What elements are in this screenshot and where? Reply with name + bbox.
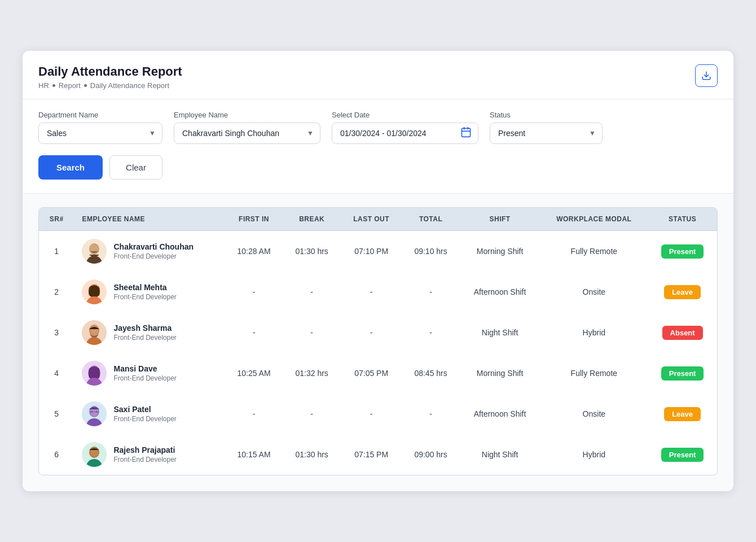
- cell-last-out: 07:05 PM: [341, 353, 402, 394]
- emp-name: Jayesh Sharma: [113, 324, 176, 333]
- breadcrumb-report: Report: [59, 81, 81, 90]
- cell-sr: 3: [39, 312, 74, 353]
- status-select[interactable]: Present Absent Leave: [490, 123, 603, 144]
- emp-info: Sheetal Mehta Front-End Developer: [113, 283, 176, 301]
- avatar: [82, 442, 107, 467]
- department-filter-group: Department Name Sales HR IT Finance Mark…: [38, 111, 162, 144]
- emp-name: Mansi Dave: [113, 364, 176, 373]
- cell-total: 08:45 hrs: [402, 353, 459, 394]
- avatar: [82, 279, 107, 304]
- cell-employee: Jayesh Sharma Front-End Developer: [74, 312, 225, 353]
- col-last-out: LAST OUT: [341, 208, 402, 231]
- emp-label: Employee Name: [174, 111, 320, 119]
- cell-break: 01:30 hrs: [283, 434, 341, 475]
- col-first-in: FIRST IN: [225, 208, 283, 231]
- cell-employee: Chakravarti Chouhan Front-End Developer: [74, 231, 225, 272]
- cell-status: Absent: [648, 312, 717, 353]
- cell-first-in: -: [225, 312, 283, 353]
- cell-workplace: Onsite: [540, 394, 648, 434]
- cell-employee: Mansi Dave Front-End Developer: [74, 353, 225, 394]
- col-shift: SHIFT: [460, 208, 540, 231]
- cell-first-in: -: [225, 272, 283, 312]
- emp-name: Chakravarti Chouhan: [113, 242, 194, 251]
- cell-workplace: Fully Remote: [540, 231, 648, 272]
- cell-total: -: [402, 312, 459, 353]
- table-row: 1 Chakravarti Chouhan Front-End Develope…: [39, 231, 717, 272]
- cell-shift: Night Shift: [460, 312, 540, 353]
- table-row: 4 Mansi Dave Front-End Developer 10:25 A…: [39, 353, 717, 394]
- cell-sr: 2: [39, 272, 74, 312]
- cell-employee: Saxi Patel Front-End Developer: [74, 394, 225, 434]
- cell-first-in: 10:15 AM: [225, 434, 283, 475]
- emp-name: Saxi Patel: [113, 405, 176, 414]
- employee-select[interactable]: Chakravarti Singh Chouhan Sheetal Mehta …: [174, 123, 320, 144]
- emp-info: Mansi Dave Front-End Developer: [113, 364, 176, 382]
- cell-break: -: [283, 394, 341, 434]
- date-input[interactable]: [332, 123, 478, 144]
- search-button[interactable]: Search: [38, 155, 103, 180]
- btn-row: Search Clear: [38, 155, 718, 180]
- table-body: 1 Chakravarti Chouhan Front-End Develope…: [39, 231, 717, 475]
- cell-workplace: Fully Remote: [540, 353, 648, 394]
- clear-button[interactable]: Clear: [109, 155, 162, 180]
- status-label: Status: [490, 111, 603, 119]
- date-label: Select Date: [332, 111, 478, 119]
- emp-info: Saxi Patel Front-End Developer: [113, 405, 176, 423]
- table-header-row: SR# EMPLOYEE NAME FIRST IN BREAK LAST OU…: [39, 208, 717, 231]
- table-section: SR# EMPLOYEE NAME FIRST IN BREAK LAST OU…: [23, 194, 733, 491]
- status-filter-group: Status Present Absent Leave ▼: [490, 111, 603, 144]
- cell-status: Present: [648, 231, 717, 272]
- emp-name: Rajesh Prajapati: [113, 445, 176, 454]
- cell-last-out: 07:10 PM: [341, 231, 402, 272]
- status-badge: Present: [661, 448, 704, 462]
- status-select-wrapper: Present Absent Leave ▼: [490, 123, 603, 144]
- status-badge: Present: [661, 366, 704, 381]
- cell-last-out: -: [341, 394, 402, 434]
- emp-role: Front-End Developer: [113, 415, 176, 423]
- emp-name: Sheetal Mehta: [113, 283, 176, 292]
- cell-sr: 5: [39, 394, 74, 434]
- avatar: [82, 320, 107, 345]
- page-header: Daily Attendance Report HR Report Daily …: [23, 51, 733, 99]
- status-badge: Leave: [664, 407, 701, 421]
- svg-rect-24: [90, 411, 93, 413]
- cell-shift: Morning Shift: [460, 353, 540, 394]
- svg-rect-25: [95, 411, 98, 413]
- cell-shift: Afternoon Shift: [460, 272, 540, 312]
- cell-first-in: 10:25 AM: [225, 353, 283, 394]
- avatar: [82, 361, 107, 386]
- cell-first-in: -: [225, 394, 283, 434]
- download-button[interactable]: [695, 64, 718, 87]
- cell-total: -: [402, 394, 459, 434]
- filter-row: Department Name Sales HR IT Finance Mark…: [38, 111, 718, 144]
- breadcrumb-dot-2: [84, 84, 87, 87]
- cell-employee: Rajesh Prajapati Front-End Developer: [74, 434, 225, 475]
- cell-workplace: Onsite: [540, 272, 648, 312]
- cell-shift: Afternoon Shift: [460, 394, 540, 434]
- cell-break: -: [283, 312, 341, 353]
- cell-status: Present: [648, 434, 717, 475]
- cell-last-out: -: [341, 312, 402, 353]
- table-row: 3 Jayesh Sharma Front-End Developer - - …: [39, 312, 717, 353]
- cell-status: Leave: [648, 272, 717, 312]
- cell-total: -: [402, 272, 459, 312]
- col-break: BREAK: [283, 208, 341, 231]
- emp-info: Jayesh Sharma Front-End Developer: [113, 324, 176, 342]
- table-row: 2 Sheetal Mehta Front-End Developer - - …: [39, 272, 717, 312]
- cell-workplace: Hybrid: [540, 434, 648, 475]
- header-left: Daily Attendance Report HR Report Daily …: [38, 64, 182, 90]
- col-sr: SR#: [39, 208, 74, 231]
- avatar: [82, 239, 107, 264]
- cell-total: 09:10 hrs: [402, 231, 459, 272]
- table-header: SR# EMPLOYEE NAME FIRST IN BREAK LAST OU…: [39, 208, 717, 231]
- department-select[interactable]: Sales HR IT Finance Marketing: [38, 123, 162, 144]
- emp-info: Chakravarti Chouhan Front-End Developer: [113, 242, 194, 260]
- cell-last-out: 07:15 PM: [341, 434, 402, 475]
- breadcrumb: HR Report Daily Attendance Report: [38, 81, 182, 90]
- date-input-wrapper: [332, 123, 478, 144]
- avatar: [82, 401, 107, 426]
- dept-select-wrapper: Sales HR IT Finance Marketing ▼: [38, 123, 162, 144]
- breadcrumb-dot-1: [52, 84, 55, 87]
- page-title: Daily Attendance Report: [38, 64, 182, 79]
- col-total: TOTAL: [402, 208, 459, 231]
